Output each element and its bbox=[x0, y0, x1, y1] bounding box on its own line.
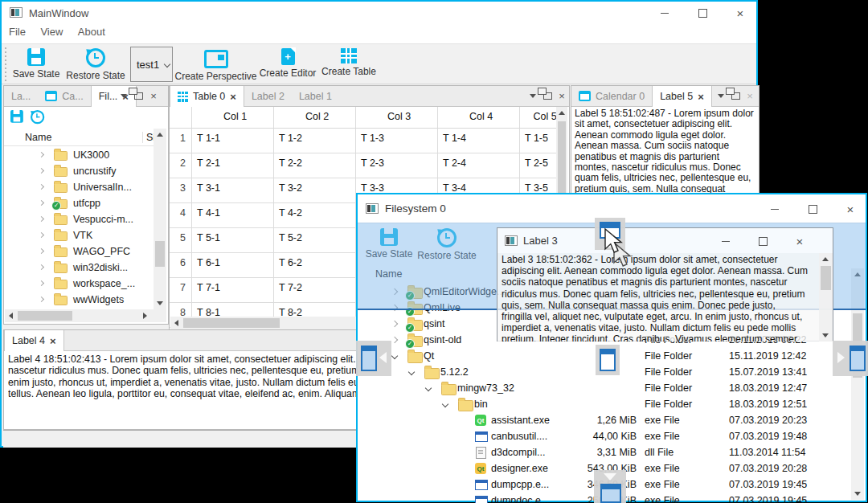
tab-table0[interactable]: Table 0 × bbox=[170, 86, 244, 107]
fs-tree-item[interactable]: Qtassistant.exe1,26 MiBexe File07.03.201… bbox=[358, 412, 853, 428]
chevron-right-icon[interactable] bbox=[39, 296, 44, 302]
menu-view[interactable]: View bbox=[40, 26, 63, 38]
tab-label2[interactable]: Label 2 bbox=[244, 86, 292, 106]
table-column-header[interactable]: Col 1 bbox=[192, 107, 274, 128]
left-hscrollbar[interactable] bbox=[5, 309, 166, 322]
table-cell[interactable]: T 5-1 bbox=[192, 228, 274, 252]
fs-close-button[interactable]: × bbox=[838, 199, 862, 219]
tab-calendar0[interactable]: Calendar 0 bbox=[571, 86, 652, 106]
tab-calendar[interactable]: Ca... bbox=[38, 86, 90, 106]
table-cell[interactable]: T 7-1 bbox=[192, 278, 274, 302]
table-column-header[interactable]: Col 3 bbox=[356, 107, 438, 128]
tree-item[interactable]: utfcpp bbox=[4, 195, 152, 211]
table-cell[interactable]: T 4-1 bbox=[192, 203, 274, 227]
chevron-down-icon[interactable] bbox=[391, 353, 398, 359]
fs-tree-item[interactable]: mingw73_32File Folder18.03.2019 12:47 bbox=[358, 380, 853, 396]
restore-state-button[interactable]: Restore State bbox=[66, 48, 125, 81]
table-column-header[interactable]: Col 4 bbox=[438, 107, 520, 128]
tab-close-icon[interactable]: × bbox=[50, 335, 56, 347]
tree-item[interactable]: UK3000 bbox=[4, 147, 152, 163]
fs-tree-item[interactable]: binFile Folder18.03.2019 12:51 bbox=[358, 396, 853, 412]
main-minimize-button[interactable] bbox=[653, 3, 677, 22]
menu-about[interactable]: About bbox=[78, 26, 105, 38]
table-cell[interactable]: T 1-4 bbox=[438, 129, 520, 153]
create-table-button[interactable]: Create Table bbox=[322, 48, 375, 77]
tree-item[interactable]: workspace_... bbox=[4, 276, 152, 292]
chevron-down-icon[interactable] bbox=[408, 369, 415, 375]
undock-icon[interactable] bbox=[132, 86, 145, 106]
panel-close-icon[interactable]: × bbox=[555, 86, 568, 106]
table-cell[interactable]: T 1-1 bbox=[192, 129, 274, 153]
table-cell[interactable]: T 2-3 bbox=[356, 153, 438, 178]
table-cell[interactable]: T 3-2 bbox=[274, 178, 356, 202]
fs-tree-item[interactable]: canbusutil....44,00 KiBexe File07.03.201… bbox=[358, 428, 853, 444]
fs-tree-item[interactable]: d3dcompil...3,31 MiBdll File11.03.2014 1… bbox=[358, 444, 853, 460]
table-cell[interactable]: T 5-2 bbox=[274, 228, 356, 252]
chevron-right-icon[interactable] bbox=[391, 321, 398, 327]
chevron-right-icon[interactable] bbox=[39, 248, 44, 254]
tab-label5[interactable]: Label 5× bbox=[652, 86, 712, 107]
chevron-right-icon[interactable] bbox=[39, 232, 44, 238]
table-cell[interactable]: T 1-2 bbox=[274, 129, 356, 153]
drop-indicator-center[interactable] bbox=[596, 345, 620, 375]
chevron-right-icon[interactable] bbox=[391, 337, 398, 343]
table-column-header[interactable]: Col 2 bbox=[274, 107, 356, 128]
table-cell[interactable]: T 6-1 bbox=[192, 253, 274, 277]
create-perspective-button[interactable]: Create Perspective bbox=[178, 48, 254, 82]
chevron-right-icon[interactable] bbox=[39, 280, 44, 286]
table-cell[interactable]: T 2-4 bbox=[438, 153, 520, 178]
undock-icon[interactable] bbox=[729, 86, 742, 106]
tree-item[interactable]: WAGO_PFC bbox=[4, 243, 152, 260]
tree-item[interactable]: uncrustify bbox=[4, 163, 152, 179]
drop-indicator-right[interactable] bbox=[833, 341, 868, 376]
tab-label4[interactable]: Label 4× bbox=[4, 330, 64, 351]
perspective-combo[interactable]: test1 bbox=[130, 47, 173, 82]
label3-window[interactable]: Label 3 × Label 3 18:51:02:362 - Lorem i… bbox=[497, 227, 833, 341]
fs-minimize-button[interactable] bbox=[763, 199, 787, 219]
save-state-button[interactable]: Save State bbox=[13, 48, 59, 80]
fs-maximize-button[interactable] bbox=[800, 199, 825, 219]
tree-item[interactable]: Vespucci-m... bbox=[4, 211, 152, 227]
label3-minimize-button[interactable] bbox=[716, 231, 735, 251]
toolbar-drag-handle[interactable] bbox=[5, 47, 6, 81]
label3-close-button[interactable]: × bbox=[790, 231, 809, 251]
tree-item[interactable]: win32diski... bbox=[4, 260, 152, 276]
label3-maximize-button[interactable] bbox=[753, 231, 772, 251]
left-vscrollbar[interactable] bbox=[154, 129, 166, 309]
table-cell[interactable]: T 4-2 bbox=[274, 203, 356, 227]
name-column-header[interactable]: Name bbox=[25, 132, 51, 143]
undock-icon[interactable] bbox=[541, 86, 554, 106]
table-cell[interactable]: T 1-3 bbox=[356, 129, 438, 153]
table-cell[interactable]: T 2-2 bbox=[274, 153, 356, 178]
chevron-right-icon[interactable] bbox=[39, 264, 44, 270]
label3-vscrollbar[interactable] bbox=[819, 253, 833, 341]
restore-icon[interactable] bbox=[31, 110, 44, 124]
menu-file[interactable]: File bbox=[9, 26, 26, 38]
tab-close-icon[interactable]: × bbox=[230, 91, 236, 103]
create-editor-button[interactable]: + Create Editor bbox=[260, 48, 315, 79]
label3-titlebar[interactable]: Label 3 × bbox=[497, 228, 833, 253]
tab-label0[interactable]: La... bbox=[4, 86, 38, 106]
chevron-down-icon[interactable] bbox=[442, 401, 448, 407]
drop-indicator-bottom[interactable] bbox=[594, 470, 626, 503]
chevron-right-icon[interactable] bbox=[39, 216, 44, 222]
save-icon[interactable] bbox=[10, 110, 23, 123]
main-close-button[interactable]: × bbox=[728, 3, 752, 22]
table-cell[interactable]: T 3-1 bbox=[192, 178, 274, 202]
drop-indicator-left[interactable] bbox=[356, 341, 391, 376]
chevron-right-icon[interactable] bbox=[39, 184, 44, 190]
tree-item[interactable]: VTK bbox=[4, 227, 152, 243]
tab-label1[interactable]: Label 1 bbox=[292, 86, 339, 106]
tree-item[interactable]: wwWidgets bbox=[4, 292, 152, 308]
tree-item[interactable]: UniversalIn... bbox=[4, 179, 152, 195]
main-titlebar[interactable]: MainWindow × bbox=[2, 2, 756, 24]
chevron-down-icon[interactable] bbox=[425, 385, 432, 391]
tab-close-icon[interactable]: × bbox=[698, 91, 704, 103]
table-cell[interactable]: T 2-1 bbox=[192, 153, 274, 178]
table-cell[interactable]: T 6-2 bbox=[274, 253, 356, 277]
table-cell[interactable]: T 7-2 bbox=[274, 278, 356, 302]
panel-close-icon[interactable]: × bbox=[147, 86, 160, 106]
chevron-right-icon[interactable] bbox=[39, 200, 44, 206]
chevron-right-icon[interactable] bbox=[39, 152, 44, 157]
main-maximize-button[interactable] bbox=[690, 3, 714, 22]
